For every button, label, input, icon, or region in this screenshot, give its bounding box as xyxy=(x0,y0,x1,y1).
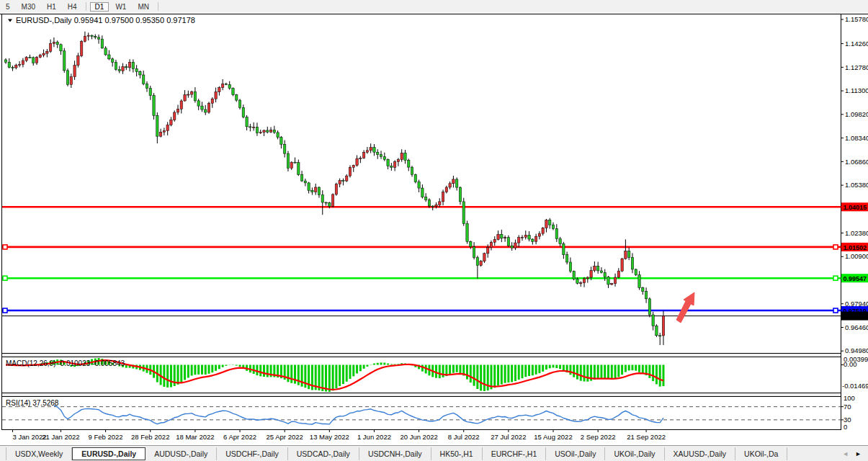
candle-body xyxy=(555,229,558,239)
candle-body xyxy=(194,91,196,101)
candle-body xyxy=(4,60,6,62)
candle-body xyxy=(252,127,254,127)
candle-body xyxy=(236,95,238,100)
candle-body xyxy=(418,182,420,188)
candle-body xyxy=(370,148,372,151)
candle-body xyxy=(659,336,661,336)
price-badge-label: 0.97178 xyxy=(844,313,867,320)
candle-body xyxy=(211,99,213,103)
candle-body xyxy=(12,68,14,68)
hline-handle[interactable] xyxy=(833,308,838,313)
date-axis-label: 21 Sep 2022 xyxy=(627,433,666,441)
price-axis-tick: 1.11300 xyxy=(845,86,868,94)
candle-body xyxy=(656,326,658,335)
symbol-tab-usdcad-daily[interactable]: USDCAD-,Daily xyxy=(288,447,359,460)
candle-body xyxy=(497,234,499,239)
candle-body xyxy=(246,117,248,126)
candle-body xyxy=(215,91,217,99)
candle-body xyxy=(242,107,244,117)
candle-body xyxy=(108,55,110,59)
candle-body xyxy=(249,127,251,127)
svg-text:100: 100 xyxy=(844,394,855,402)
candle-body xyxy=(56,42,58,45)
candle-body xyxy=(143,75,145,84)
timeframe-button-5[interactable]: 5 xyxy=(1,2,15,12)
candle-body xyxy=(32,58,35,63)
symbol-tab-usdx-weekly[interactable]: USDX,Weekly xyxy=(6,447,72,460)
hline-handle[interactable] xyxy=(3,245,7,249)
symbol-tab-audusd-daily[interactable]: AUDUSD-,Daily xyxy=(146,447,217,460)
candle-body xyxy=(22,61,24,65)
candle-body xyxy=(163,130,165,132)
candle-body xyxy=(256,127,258,133)
candle-body xyxy=(565,255,568,262)
timeframe-button-mn[interactable]: MN xyxy=(133,2,154,12)
hline-handle[interactable] xyxy=(833,245,838,249)
date-axis-label: 25 Apr 2022 xyxy=(267,433,303,441)
candle-body xyxy=(549,220,551,225)
candle-body xyxy=(331,194,334,207)
candle-body xyxy=(228,84,231,88)
candle-body xyxy=(614,277,616,284)
candle-body xyxy=(627,251,630,257)
chart-frame xyxy=(0,13,868,445)
candle-body xyxy=(607,277,609,284)
date-axis-label: 6 Apr 2022 xyxy=(223,433,256,441)
candle-body xyxy=(545,220,547,228)
candle-body xyxy=(94,37,97,37)
hline-handle[interactable] xyxy=(3,276,7,280)
symbol-tab-ukoil-daily[interactable]: UKOil-,Daily xyxy=(605,447,664,460)
chart-canvas[interactable]: 0.003990.00-0.01469 10070300 1.157801.14… xyxy=(0,13,868,445)
candle-body xyxy=(445,187,447,192)
candle-body xyxy=(87,35,89,36)
candle-body xyxy=(470,241,472,246)
symbol-tab-usdcnh-daily[interactable]: USDCNH-,Daily xyxy=(359,447,431,460)
symbol-tab-ukoil-da[interactable]: UKOil-,Da xyxy=(735,447,787,460)
candle-body xyxy=(42,53,45,55)
candle-body xyxy=(596,267,599,271)
timeframe-button-m30[interactable]: M30 xyxy=(17,2,40,12)
candle-body xyxy=(408,160,410,167)
symbol-tab-bar: USDX,WeeklyEURUSD-,DailyAUDUSD-,DailyUSD… xyxy=(0,445,868,461)
candle-body xyxy=(205,109,207,112)
timeframe-button-h4[interactable]: H4 xyxy=(63,2,82,12)
chart-title: EURUSD-,Daily 0.95941 0.97500 0.95350 0.… xyxy=(8,16,195,24)
symbol-tab-usdchf-daily[interactable]: USDCHF-,Daily xyxy=(217,447,288,460)
candle-body xyxy=(383,156,385,159)
hline-handle[interactable] xyxy=(833,276,838,280)
price-axis-tick: 1.05380 xyxy=(845,181,868,189)
candle-body xyxy=(308,183,310,191)
timeframe-button-w1[interactable]: W1 xyxy=(110,2,131,12)
hline-handle[interactable] xyxy=(3,308,7,313)
symbol-tab-eurusd-daily[interactable]: EURUSD-,Daily xyxy=(72,447,146,460)
price-badge-label: 0.99547 xyxy=(844,275,867,282)
symbol-tab-xauusd-daily[interactable]: XAUUSD-,Daily xyxy=(665,447,736,460)
candle-body xyxy=(91,35,93,36)
candle-body xyxy=(648,299,650,315)
candle-body xyxy=(507,238,509,246)
price-badge-label: 1.04015 xyxy=(844,204,867,211)
date-axis-label: 2 Sep 2022 xyxy=(581,433,616,441)
candle-body xyxy=(18,65,20,66)
candle-body xyxy=(377,152,379,154)
date-axis-label: 15 Aug 2022 xyxy=(534,433,572,441)
candle-body xyxy=(359,158,362,158)
candle-body xyxy=(159,132,161,136)
symbol-tab-hk50-h1[interactable]: HK50-,H1 xyxy=(431,447,483,460)
symbol-tab-eurchf-h1[interactable]: EURCHF-,H1 xyxy=(483,447,547,460)
candle-body xyxy=(452,179,455,184)
macd-label: MACD(12,26,9) -0.010023 -0.005843 xyxy=(6,359,125,367)
tab-scroll-right-icon[interactable]: ► xyxy=(855,450,862,457)
candle-body xyxy=(207,103,210,112)
tab-scroll-left-icon[interactable]: ◄ xyxy=(842,450,849,457)
candle-body xyxy=(339,181,341,184)
candle-body xyxy=(542,228,544,233)
candle-body xyxy=(8,62,10,67)
candle-body xyxy=(652,315,654,326)
candle-body xyxy=(149,89,151,96)
candle-body xyxy=(187,94,189,95)
candle-body xyxy=(459,187,461,202)
symbol-tab-usoil-daily[interactable]: USOil-,Daily xyxy=(546,447,605,460)
timeframe-button-d1[interactable]: D1 xyxy=(90,2,109,12)
timeframe-button-h1[interactable]: H1 xyxy=(42,2,61,12)
